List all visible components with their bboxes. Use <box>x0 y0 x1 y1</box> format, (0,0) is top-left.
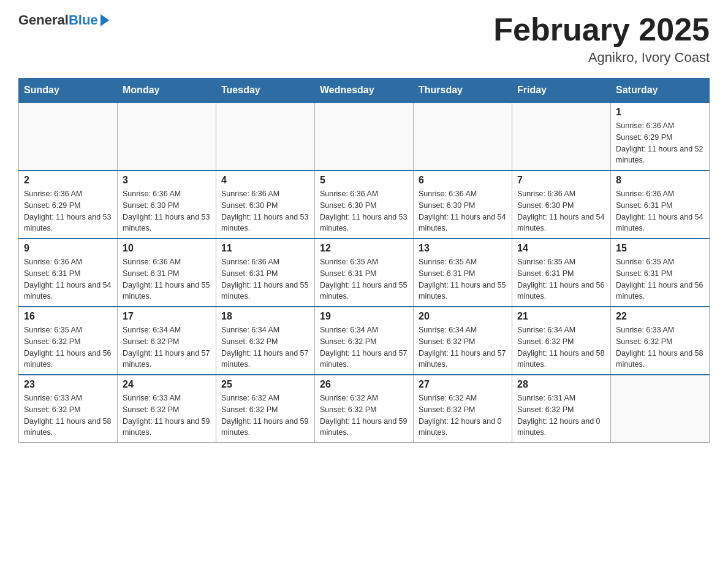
calendar-day-cell <box>611 375 710 443</box>
day-number: 4 <box>221 175 309 186</box>
day-number: 15 <box>616 243 704 254</box>
day-number: 7 <box>517 175 605 186</box>
day-number: 1 <box>616 107 704 118</box>
day-number: 18 <box>221 311 309 322</box>
calendar-table: SundayMondayTuesdayWednesdayThursdayFrid… <box>18 78 710 443</box>
day-number: 14 <box>517 243 605 254</box>
day-number: 10 <box>123 243 211 254</box>
day-of-week-header: Tuesday <box>216 79 315 103</box>
day-info: Sunrise: 6:35 AM Sunset: 6:31 PM Dayligh… <box>419 256 507 302</box>
calendar-day-cell <box>19 102 118 170</box>
calendar-day-cell: 18Sunrise: 6:34 AM Sunset: 6:32 PM Dayli… <box>216 307 315 375</box>
day-number: 25 <box>221 379 309 390</box>
calendar-day-cell: 3Sunrise: 6:36 AM Sunset: 6:30 PM Daylig… <box>118 170 216 239</box>
calendar-day-cell: 7Sunrise: 6:36 AM Sunset: 6:30 PM Daylig… <box>512 170 611 239</box>
calendar-day-cell: 25Sunrise: 6:32 AM Sunset: 6:32 PM Dayli… <box>216 375 315 443</box>
day-info: Sunrise: 6:36 AM Sunset: 6:30 PM Dayligh… <box>221 188 309 234</box>
title-section: February 2025 Agnikro, Ivory Coast <box>493 12 710 66</box>
day-info: Sunrise: 6:32 AM Sunset: 6:32 PM Dayligh… <box>320 393 408 439</box>
day-info: Sunrise: 6:34 AM Sunset: 6:32 PM Dayligh… <box>123 324 211 370</box>
calendar-day-cell: 23Sunrise: 6:33 AM Sunset: 6:32 PM Dayli… <box>19 375 118 443</box>
calendar-day-cell: 8Sunrise: 6:36 AM Sunset: 6:31 PM Daylig… <box>611 170 710 239</box>
day-number: 21 <box>517 311 605 322</box>
calendar-day-cell: 4Sunrise: 6:36 AM Sunset: 6:30 PM Daylig… <box>216 170 315 239</box>
calendar-day-cell: 9Sunrise: 6:36 AM Sunset: 6:31 PM Daylig… <box>19 239 118 307</box>
calendar-week-row: 1Sunrise: 6:36 AM Sunset: 6:29 PM Daylig… <box>19 102 710 170</box>
calendar-day-cell: 11Sunrise: 6:36 AM Sunset: 6:31 PM Dayli… <box>216 239 315 307</box>
day-number: 20 <box>419 311 507 322</box>
day-info: Sunrise: 6:34 AM Sunset: 6:32 PM Dayligh… <box>517 324 605 370</box>
day-info: Sunrise: 6:36 AM Sunset: 6:29 PM Dayligh… <box>616 120 704 166</box>
day-number: 28 <box>517 379 605 390</box>
day-info: Sunrise: 6:35 AM Sunset: 6:31 PM Dayligh… <box>320 256 408 302</box>
day-info: Sunrise: 6:36 AM Sunset: 6:31 PM Dayligh… <box>24 256 112 302</box>
logo-general-text: General <box>18 12 69 28</box>
day-number: 2 <box>24 175 112 186</box>
day-number: 24 <box>123 379 211 390</box>
day-number: 17 <box>123 311 211 322</box>
calendar-body: 1Sunrise: 6:36 AM Sunset: 6:29 PM Daylig… <box>19 102 710 443</box>
calendar-week-row: 9Sunrise: 6:36 AM Sunset: 6:31 PM Daylig… <box>19 239 710 307</box>
day-number: 13 <box>419 243 507 254</box>
day-number: 19 <box>320 311 408 322</box>
day-number: 3 <box>123 175 211 186</box>
calendar-week-row: 23Sunrise: 6:33 AM Sunset: 6:32 PM Dayli… <box>19 375 710 443</box>
month-title: February 2025 <box>493 12 710 47</box>
day-number: 6 <box>419 175 507 186</box>
calendar-week-row: 2Sunrise: 6:36 AM Sunset: 6:29 PM Daylig… <box>19 170 710 239</box>
calendar-day-cell <box>414 102 512 170</box>
calendar-day-cell: 22Sunrise: 6:33 AM Sunset: 6:32 PM Dayli… <box>611 307 710 375</box>
logo-triangle-icon <box>100 14 109 26</box>
day-number: 11 <box>221 243 309 254</box>
day-info: Sunrise: 6:33 AM Sunset: 6:32 PM Dayligh… <box>24 393 112 439</box>
day-info: Sunrise: 6:36 AM Sunset: 6:29 PM Dayligh… <box>24 188 112 234</box>
day-of-week-header: Saturday <box>611 79 710 103</box>
day-number: 27 <box>419 379 507 390</box>
calendar-day-cell: 6Sunrise: 6:36 AM Sunset: 6:30 PM Daylig… <box>414 170 512 239</box>
day-info: Sunrise: 6:33 AM Sunset: 6:32 PM Dayligh… <box>616 324 704 370</box>
day-info: Sunrise: 6:36 AM Sunset: 6:30 PM Dayligh… <box>320 188 408 234</box>
logo-blue-text: Blue <box>69 12 98 28</box>
day-info: Sunrise: 6:36 AM Sunset: 6:31 PM Dayligh… <box>123 256 211 302</box>
day-number: 23 <box>24 379 112 390</box>
day-of-week-header: Monday <box>118 79 216 103</box>
day-number: 9 <box>24 243 112 254</box>
calendar-day-cell: 17Sunrise: 6:34 AM Sunset: 6:32 PM Dayli… <box>118 307 216 375</box>
day-info: Sunrise: 6:35 AM Sunset: 6:31 PM Dayligh… <box>517 256 605 302</box>
day-info: Sunrise: 6:36 AM Sunset: 6:30 PM Dayligh… <box>419 188 507 234</box>
day-number: 8 <box>616 175 704 186</box>
calendar-day-cell <box>315 102 414 170</box>
calendar-day-cell: 20Sunrise: 6:34 AM Sunset: 6:32 PM Dayli… <box>414 307 512 375</box>
day-info: Sunrise: 6:35 AM Sunset: 6:31 PM Dayligh… <box>616 256 704 302</box>
calendar-day-cell: 24Sunrise: 6:33 AM Sunset: 6:32 PM Dayli… <box>118 375 216 443</box>
day-number: 16 <box>24 311 112 322</box>
day-of-week-header: Sunday <box>19 79 118 103</box>
day-number: 22 <box>616 311 704 322</box>
header-row: SundayMondayTuesdayWednesdayThursdayFrid… <box>19 79 710 103</box>
day-info: Sunrise: 6:32 AM Sunset: 6:32 PM Dayligh… <box>419 393 507 439</box>
calendar-day-cell: 21Sunrise: 6:34 AM Sunset: 6:32 PM Dayli… <box>512 307 611 375</box>
calendar-day-cell <box>512 102 611 170</box>
day-of-week-header: Thursday <box>414 79 512 103</box>
calendar-day-cell: 5Sunrise: 6:36 AM Sunset: 6:30 PM Daylig… <box>315 170 414 239</box>
day-number: 26 <box>320 379 408 390</box>
day-info: Sunrise: 6:31 AM Sunset: 6:32 PM Dayligh… <box>517 393 605 439</box>
calendar-day-cell: 28Sunrise: 6:31 AM Sunset: 6:32 PM Dayli… <box>512 375 611 443</box>
calendar-header: SundayMondayTuesdayWednesdayThursdayFrid… <box>19 79 710 103</box>
calendar-day-cell: 1Sunrise: 6:36 AM Sunset: 6:29 PM Daylig… <box>611 102 710 170</box>
calendar-day-cell: 15Sunrise: 6:35 AM Sunset: 6:31 PM Dayli… <box>611 239 710 307</box>
day-info: Sunrise: 6:34 AM Sunset: 6:32 PM Dayligh… <box>419 324 507 370</box>
calendar-day-cell: 16Sunrise: 6:35 AM Sunset: 6:32 PM Dayli… <box>19 307 118 375</box>
calendar-day-cell: 27Sunrise: 6:32 AM Sunset: 6:32 PM Dayli… <box>414 375 512 443</box>
location-text: Agnikro, Ivory Coast <box>493 50 710 66</box>
day-number: 12 <box>320 243 408 254</box>
day-info: Sunrise: 6:36 AM Sunset: 6:30 PM Dayligh… <box>123 188 211 234</box>
day-info: Sunrise: 6:32 AM Sunset: 6:32 PM Dayligh… <box>221 393 309 439</box>
day-info: Sunrise: 6:36 AM Sunset: 6:31 PM Dayligh… <box>616 188 704 234</box>
calendar-day-cell: 2Sunrise: 6:36 AM Sunset: 6:29 PM Daylig… <box>19 170 118 239</box>
day-info: Sunrise: 6:35 AM Sunset: 6:32 PM Dayligh… <box>24 324 112 370</box>
logo-blue-part: Blue <box>69 12 109 28</box>
day-number: 5 <box>320 175 408 186</box>
calendar-day-cell: 19Sunrise: 6:34 AM Sunset: 6:32 PM Dayli… <box>315 307 414 375</box>
calendar-day-cell: 26Sunrise: 6:32 AM Sunset: 6:32 PM Dayli… <box>315 375 414 443</box>
